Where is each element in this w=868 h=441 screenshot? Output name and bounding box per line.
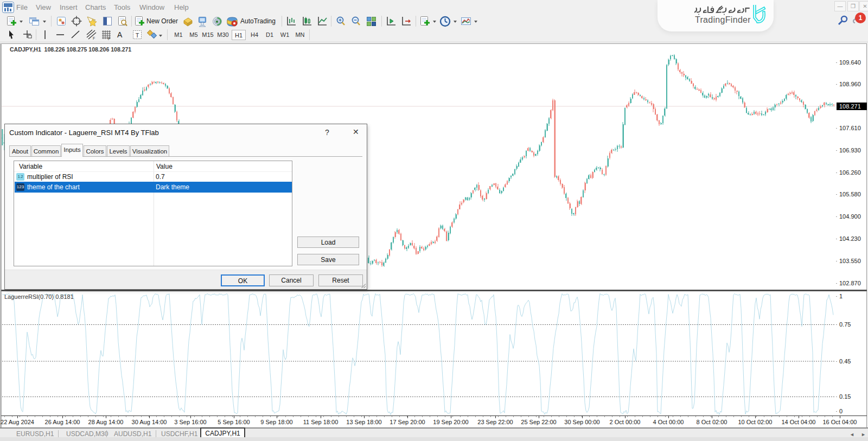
svg-text:F: F: [93, 36, 95, 40]
svg-text:1: 1: [859, 14, 863, 22]
svg-text:T: T: [136, 32, 139, 39]
svg-text:F: F: [108, 37, 110, 41]
